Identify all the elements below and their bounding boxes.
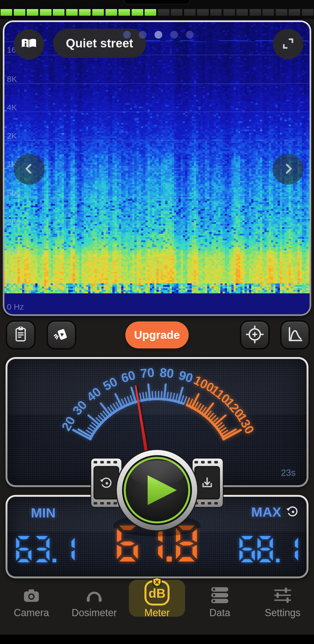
freq-label: 8K — [7, 74, 17, 84]
spectrogram-canvas[interactable] — [4, 22, 310, 314]
tab-label: Data — [188, 607, 251, 619]
chart-button[interactable] — [281, 322, 308, 348]
level-segment — [262, 9, 274, 16]
chevron-left-icon — [23, 163, 35, 176]
cards-button[interactable] — [48, 322, 75, 348]
freq-gridline — [4, 112, 310, 112]
tab-camera[interactable]: Camera — [0, 578, 63, 621]
level-segment — [289, 9, 300, 16]
level-segment — [210, 9, 222, 16]
level-segment — [145, 9, 156, 16]
sliders-icon — [273, 586, 293, 605]
svg-text:40: 40 — [84, 384, 104, 404]
data-icon — [210, 586, 230, 605]
level-led-bar — [1, 9, 313, 16]
level-segment — [223, 9, 235, 16]
page-dot[interactable] — [170, 31, 178, 39]
level-segment — [302, 9, 313, 16]
freq-label: 500 — [7, 189, 21, 198]
level-segment — [105, 9, 117, 16]
freq-label: 0 Hz — [7, 302, 24, 312]
max-label: MAX — [251, 504, 281, 520]
tab-dosimeter[interactable]: Dosimeter — [63, 578, 126, 621]
svg-text:50: 50 — [101, 374, 120, 393]
tab-meter[interactable]: dB Meter — [126, 578, 188, 621]
svg-text:60: 60 — [120, 368, 137, 385]
min-value-display — [16, 536, 75, 564]
min-label: MIN — [31, 505, 56, 520]
upgrade-button[interactable]: Upgrade — [125, 321, 189, 348]
freq-label: 2K — [7, 131, 17, 141]
freq-gridline — [4, 140, 310, 140]
dynamic-island — [124, 0, 190, 4]
target-icon — [246, 326, 264, 344]
level-segment — [276, 9, 287, 16]
tab-label: Dosimeter — [63, 607, 126, 619]
cards-icon — [53, 326, 70, 344]
level-segment — [197, 9, 209, 16]
level-segment — [171, 9, 182, 16]
page-dot[interactable] — [139, 31, 147, 39]
upgrade-label: Upgrade — [134, 329, 180, 342]
max-value-display — [239, 536, 298, 564]
chart-curve-icon — [286, 326, 304, 344]
home-indicator-strip — [0, 635, 314, 644]
freq-label: 62 — [7, 274, 16, 284]
level-segment — [236, 9, 248, 16]
freq-gridline — [4, 169, 310, 169]
freq-label: 125 — [7, 246, 21, 256]
level-segment — [53, 9, 64, 16]
level-segment — [118, 9, 130, 16]
svg-text:70: 70 — [140, 365, 155, 381]
play-button[interactable] — [116, 449, 198, 532]
freq-label: 250 — [7, 218, 21, 227]
clipboard-icon — [12, 326, 29, 344]
svg-text:80: 80 — [159, 365, 174, 381]
level-segment — [79, 9, 91, 16]
transport-cluster — [88, 441, 226, 541]
level-segment — [66, 9, 78, 16]
chevron-right-icon — [282, 163, 294, 176]
tab-data[interactable]: Data — [188, 578, 251, 621]
expand-icon — [282, 37, 294, 51]
tab-label: Meter — [126, 607, 188, 619]
svg-text:90: 90 — [177, 368, 195, 385]
page-dot[interactable] — [123, 31, 131, 39]
measurements-button[interactable] — [7, 322, 34, 348]
freq-gridline — [4, 283, 310, 283]
level-segment — [14, 9, 25, 16]
calibration-button[interactable] — [241, 322, 268, 348]
elapsed-time: 23s — [281, 468, 296, 478]
expand-button[interactable] — [273, 29, 303, 59]
spectrogram-panel: 16K8K4K2K1K500250125620 Hz Quiet street — [3, 20, 311, 316]
prev-page-button[interactable] — [14, 154, 45, 185]
level-segment — [1, 9, 12, 16]
level-segment — [250, 9, 261, 16]
freq-gridline — [4, 197, 310, 198]
svg-text:dB: dB — [148, 586, 165, 600]
camera-icon — [21, 586, 41, 605]
freq-gridline — [4, 226, 310, 226]
tab-label: Camera — [0, 607, 63, 619]
svg-text:30: 30 — [70, 398, 90, 418]
page-dot[interactable] — [155, 31, 162, 39]
tab-settings[interactable]: Settings — [251, 578, 314, 621]
level-segment — [184, 9, 196, 16]
tab-label: Settings — [251, 607, 314, 619]
reset-minmax-button[interactable] — [285, 504, 300, 520]
guide-button[interactable] — [14, 29, 44, 60]
headphones-icon — [84, 586, 104, 605]
page-dot[interactable] — [186, 31, 194, 39]
freq-gridline — [4, 55, 310, 55]
db-meter-icon: dB — [142, 578, 172, 609]
freq-gridline — [4, 256, 310, 256]
level-segment — [158, 9, 169, 16]
app-screen: 16K8K4K2K1K500250125620 Hz Quiet street — [0, 0, 314, 644]
level-segment — [132, 9, 143, 16]
level-segment — [92, 9, 104, 16]
next-page-button[interactable] — [273, 154, 304, 185]
level-segment — [40, 9, 52, 16]
freq-label: 4K — [7, 103, 17, 112]
page-dots — [123, 31, 194, 39]
freq-gridline — [4, 83, 310, 84]
